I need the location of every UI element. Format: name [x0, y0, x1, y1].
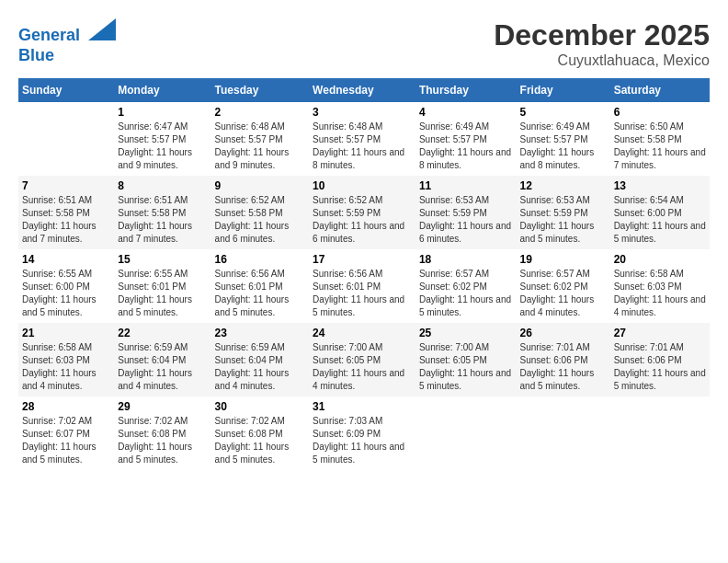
calendar-cell: 21Sunrise: 6:58 AMSunset: 6:03 PMDayligh…	[18, 323, 114, 396]
logo: General Blue	[18, 18, 116, 65]
day-info: Sunrise: 6:48 AMSunset: 5:57 PMDaylight:…	[313, 121, 412, 172]
day-info: Sunrise: 6:59 AMSunset: 6:04 PMDaylight:…	[215, 341, 306, 393]
day-info: Sunrise: 7:02 AMSunset: 6:08 PMDaylight:…	[215, 415, 306, 466]
calendar-cell: 4Sunrise: 6:49 AMSunset: 5:57 PMDaylight…	[415, 102, 517, 176]
calendar-cell	[18, 102, 114, 176]
calendar-cell: 31Sunrise: 7:03 AMSunset: 6:09 PMDayligh…	[309, 396, 415, 470]
calendar-cell: 28Sunrise: 7:02 AMSunset: 6:07 PMDayligh…	[18, 396, 114, 470]
calendar-cell: 13Sunrise: 6:54 AMSunset: 6:00 PMDayligh…	[610, 176, 710, 249]
day-number: 9	[215, 179, 306, 192]
day-info: Sunrise: 6:49 AMSunset: 5:57 PMDaylight:…	[419, 121, 513, 172]
svg-marker-0	[88, 18, 116, 40]
calendar-table: Sunday Monday Tuesday Wednesday Thursday…	[18, 78, 710, 470]
day-info: Sunrise: 6:47 AMSunset: 5:57 PMDaylight:…	[118, 121, 207, 172]
day-info: Sunrise: 6:49 AMSunset: 5:57 PMDaylight:…	[520, 121, 607, 172]
month-title: December 2025	[494, 18, 710, 52]
calendar-cell: 20Sunrise: 6:58 AMSunset: 6:03 PMDayligh…	[610, 249, 710, 323]
day-info: Sunrise: 6:53 AMSunset: 5:59 PMDaylight:…	[419, 194, 513, 246]
logo-icon	[88, 18, 116, 40]
day-number: 31	[313, 400, 412, 413]
day-info: Sunrise: 6:53 AMSunset: 5:59 PMDaylight:…	[520, 194, 607, 246]
day-number: 17	[313, 253, 412, 266]
day-number: 14	[22, 253, 110, 266]
day-info: Sunrise: 6:54 AMSunset: 6:00 PMDaylight:…	[614, 194, 706, 246]
day-number: 20	[614, 253, 706, 266]
day-number: 5	[520, 106, 607, 119]
day-info: Sunrise: 7:02 AMSunset: 6:08 PMDaylight:…	[118, 415, 207, 466]
day-number: 23	[215, 327, 306, 339]
header-saturday: Saturday	[610, 78, 710, 102]
day-number: 11	[419, 179, 513, 192]
calendar-cell: 9Sunrise: 6:52 AMSunset: 5:58 PMDaylight…	[211, 176, 310, 249]
day-info: Sunrise: 6:58 AMSunset: 6:03 PMDaylight:…	[22, 341, 110, 393]
day-number: 7	[22, 179, 110, 192]
day-info: Sunrise: 6:52 AMSunset: 5:58 PMDaylight:…	[215, 194, 306, 246]
day-info: Sunrise: 6:48 AMSunset: 5:57 PMDaylight:…	[215, 121, 306, 172]
day-info: Sunrise: 7:01 AMSunset: 6:06 PMDaylight:…	[614, 341, 706, 393]
day-info: Sunrise: 6:55 AMSunset: 6:01 PMDaylight:…	[118, 268, 207, 319]
day-number: 18	[419, 253, 513, 266]
day-number: 10	[313, 179, 412, 192]
day-number: 25	[419, 327, 513, 339]
day-number: 28	[22, 400, 110, 413]
day-number: 19	[520, 253, 607, 266]
week-row-1: 1Sunrise: 6:47 AMSunset: 5:57 PMDaylight…	[18, 102, 710, 176]
calendar-body: 1Sunrise: 6:47 AMSunset: 5:57 PMDaylight…	[18, 102, 710, 470]
day-info: Sunrise: 6:57 AMSunset: 6:02 PMDaylight:…	[419, 268, 513, 319]
day-number: 16	[215, 253, 306, 266]
day-number: 1	[118, 106, 207, 119]
day-number: 21	[22, 327, 110, 339]
calendar-cell: 16Sunrise: 6:56 AMSunset: 6:01 PMDayligh…	[211, 249, 310, 323]
header-monday: Monday	[114, 78, 210, 102]
day-number: 26	[520, 327, 607, 339]
calendar-cell: 12Sunrise: 6:53 AMSunset: 5:59 PMDayligh…	[517, 176, 610, 249]
calendar-cell: 26Sunrise: 7:01 AMSunset: 6:06 PMDayligh…	[517, 323, 610, 396]
day-number: 22	[118, 327, 207, 339]
week-row-4: 21Sunrise: 6:58 AMSunset: 6:03 PMDayligh…	[18, 323, 710, 396]
header-sunday: Sunday	[18, 78, 114, 102]
calendar-cell: 14Sunrise: 6:55 AMSunset: 6:00 PMDayligh…	[18, 249, 114, 323]
week-row-2: 7Sunrise: 6:51 AMSunset: 5:58 PMDaylight…	[18, 176, 710, 249]
header-tuesday: Tuesday	[211, 78, 310, 102]
title-block: December 2025 Cuyuxtlahuaca, Mexico	[494, 18, 710, 69]
day-number: 3	[313, 106, 412, 119]
calendar-cell: 10Sunrise: 6:52 AMSunset: 5:59 PMDayligh…	[309, 176, 415, 249]
day-number: 24	[313, 327, 412, 339]
calendar-cell: 2Sunrise: 6:48 AMSunset: 5:57 PMDaylight…	[211, 102, 310, 176]
header-thursday: Thursday	[415, 78, 517, 102]
day-info: Sunrise: 6:59 AMSunset: 6:04 PMDaylight:…	[118, 341, 207, 393]
day-number: 8	[118, 179, 207, 192]
day-number: 29	[118, 400, 207, 413]
calendar-cell: 30Sunrise: 7:02 AMSunset: 6:08 PMDayligh…	[211, 396, 310, 470]
day-info: Sunrise: 7:00 AMSunset: 6:05 PMDaylight:…	[419, 341, 513, 393]
calendar-cell: 24Sunrise: 7:00 AMSunset: 6:05 PMDayligh…	[309, 323, 415, 396]
day-info: Sunrise: 7:01 AMSunset: 6:06 PMDaylight:…	[520, 341, 607, 393]
calendar-cell: 5Sunrise: 6:49 AMSunset: 5:57 PMDaylight…	[517, 102, 610, 176]
calendar-cell	[610, 396, 710, 470]
day-number: 27	[614, 327, 706, 339]
day-info: Sunrise: 6:51 AMSunset: 5:58 PMDaylight:…	[118, 194, 207, 246]
day-info: Sunrise: 6:56 AMSunset: 6:01 PMDaylight:…	[215, 268, 306, 319]
calendar-cell: 3Sunrise: 6:48 AMSunset: 5:57 PMDaylight…	[309, 102, 415, 176]
logo-general: General	[18, 26, 80, 44]
calendar-cell: 22Sunrise: 6:59 AMSunset: 6:04 PMDayligh…	[114, 323, 210, 396]
week-row-5: 28Sunrise: 7:02 AMSunset: 6:07 PMDayligh…	[18, 396, 710, 470]
calendar-cell: 19Sunrise: 6:57 AMSunset: 6:02 PMDayligh…	[517, 249, 610, 323]
day-info: Sunrise: 6:55 AMSunset: 6:00 PMDaylight:…	[22, 268, 110, 319]
calendar-cell: 15Sunrise: 6:55 AMSunset: 6:01 PMDayligh…	[114, 249, 210, 323]
calendar-cell: 29Sunrise: 7:02 AMSunset: 6:08 PMDayligh…	[114, 396, 210, 470]
day-number: 13	[614, 179, 706, 192]
day-number: 6	[614, 106, 706, 119]
page-header: General Blue December 2025 Cuyuxtlahuaca…	[18, 18, 710, 69]
day-info: Sunrise: 6:57 AMSunset: 6:02 PMDaylight:…	[520, 268, 607, 319]
location-title: Cuyuxtlahuaca, Mexico	[494, 52, 710, 69]
header-wednesday: Wednesday	[309, 78, 415, 102]
calendar-cell: 8Sunrise: 6:51 AMSunset: 5:58 PMDaylight…	[114, 176, 210, 249]
logo-text: General	[18, 18, 116, 46]
day-number: 2	[215, 106, 306, 119]
calendar-cell: 25Sunrise: 7:00 AMSunset: 6:05 PMDayligh…	[415, 323, 517, 396]
calendar-cell	[415, 396, 517, 470]
calendar-cell: 17Sunrise: 6:56 AMSunset: 6:01 PMDayligh…	[309, 249, 415, 323]
day-number: 15	[118, 253, 207, 266]
week-row-3: 14Sunrise: 6:55 AMSunset: 6:00 PMDayligh…	[18, 249, 710, 323]
